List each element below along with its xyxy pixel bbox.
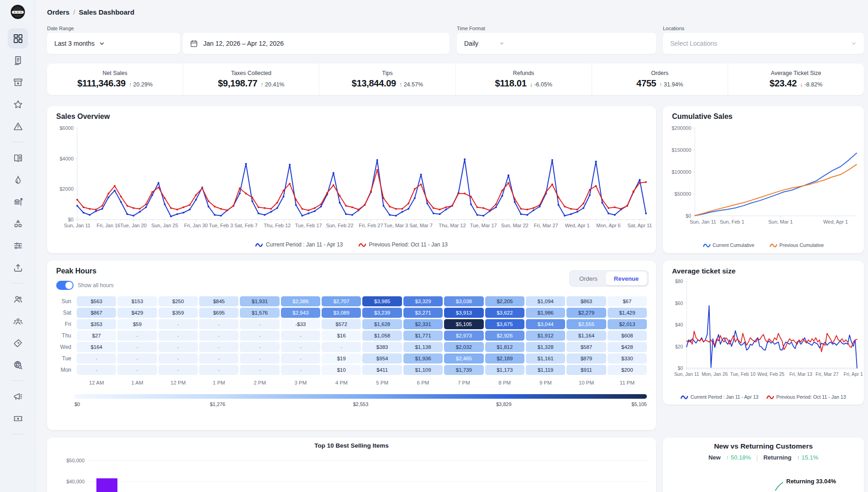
sidebar-item-dashboard[interactable] [8,28,28,48]
heatmap-cell[interactable]: $3,329 [403,296,443,306]
heatmap-cell[interactable]: $3,675 [485,319,524,329]
top-items-chart[interactable]: $50,000$40,000 [47,438,656,492]
heatmap-cell[interactable]: $428 [608,342,647,352]
heatmap-cell[interactable]: $1,986 [526,308,565,318]
heatmap-cell[interactable]: - [77,353,116,364]
heatmap-cell[interactable]: $3,913 [444,308,483,318]
heatmap-cell[interactable]: $911 [566,365,606,375]
heatmap-cell[interactable]: $2,973 [444,331,483,341]
sales-overview-chart[interactable]: $0$2000$4000$6000Sun, Jan 11Fri, Jan 16T… [47,106,656,234]
heatmap-cell[interactable]: - [117,353,157,364]
heatmap-cell[interactable]: $2,555 [566,319,606,329]
revenue-view-button[interactable]: Revenue [606,272,647,285]
heatmap-cell[interactable]: $2,279 [566,308,606,318]
heatmap-cell[interactable]: - [77,365,116,375]
heatmap-cell[interactable]: $10 [322,365,361,375]
heatmap-cell[interactable]: $1,576 [240,308,279,318]
heatmap-cell[interactable]: $3,038 [444,296,483,306]
legend-item[interactable]: Previous Cumulative [770,242,824,248]
heatmap-cell[interactable]: $3,044 [526,319,565,329]
heatmap-cell[interactable]: $411 [362,365,402,375]
heatmap-cell[interactable]: $1,429 [608,308,647,318]
heatmap-cell[interactable]: $3,622 [485,308,524,318]
heatmap-cell[interactable]: $608 [608,331,647,341]
heatmap-cell[interactable]: $153 [117,296,157,306]
sidebar-item-users[interactable] [8,289,28,309]
sidebar-item-star[interactable] [8,94,28,114]
heatmap-cell[interactable]: - [281,342,320,352]
heatmap-cell[interactable]: - [240,319,279,329]
heatmap-cell[interactable]: - [199,342,238,352]
heatmap-cell[interactable]: - [281,353,320,364]
heatmap-cell[interactable]: $383 [362,342,402,352]
heatmap-cell[interactable]: - [281,365,320,375]
heatmap-cell[interactable]: $67 [608,296,647,306]
heatmap-cell[interactable]: - [159,353,198,364]
heatmap-cell[interactable]: $867 [77,308,116,318]
heatmap-cell[interactable]: $3,239 [362,308,402,318]
bar-item-1[interactable] [96,478,117,492]
heatmap-cell[interactable]: - [159,319,198,329]
heatmap-cell[interactable]: $19 [322,353,361,364]
heatmap-cell[interactable]: $1,138 [403,342,443,352]
heatmap-cell[interactable]: - [322,342,361,352]
sidebar-item-burger[interactable] [8,192,28,212]
heatmap-cell[interactable]: $1,094 [526,296,565,306]
heatmap-cell[interactable]: $330 [608,353,647,364]
heatmap-cell[interactable]: $845 [199,296,238,306]
heatmap-cell[interactable]: $27 [77,331,116,341]
heatmap-cell[interactable]: - [199,319,238,329]
heatmap-cell[interactable]: - [117,331,157,341]
date-preset-select[interactable]: Last 3 months [47,33,180,54]
sidebar-item-tag[interactable] [8,333,28,353]
heatmap-cell[interactable]: - [117,342,157,352]
sidebar-item-receipt[interactable] [8,50,28,70]
heatmap-cell[interactable]: $3,271 [403,308,443,318]
heatmap-cell[interactable]: $695 [199,308,238,318]
heatmap-cell[interactable]: $2,189 [485,353,524,364]
heatmap-cell[interactable]: $2,205 [485,296,524,306]
heatmap-cell[interactable]: $353 [77,319,116,329]
orders-view-button[interactable]: Orders [571,272,606,285]
legend-item[interactable]: Previous Period: Oct 11 - Jan 13 [359,241,448,248]
heatmap-cell[interactable]: $2,926 [485,331,524,341]
heatmap-cell[interactable]: $250 [159,296,198,306]
date-range-input[interactable]: Jan 12, 2026 – Apr 12, 2026 [183,33,450,54]
breadcrumb-orders[interactable]: Orders [47,8,69,16]
heatmap-cell[interactable]: - [117,365,157,375]
heatmap-cell[interactable]: $2,707 [322,296,361,306]
heatmap-cell[interactable]: $1,931 [240,296,279,306]
heatmap-cell[interactable]: - [240,342,279,352]
heatmap-cell[interactable]: $429 [117,308,157,318]
heatmap-cell[interactable]: - [199,331,238,341]
cumulative-sales-chart[interactable]: $0$50000$100000$150000$200000Sun, Jan 11… [663,106,864,230]
heatmap-cell[interactable]: $164 [77,342,116,352]
heatmap-cell[interactable]: $1,771 [403,331,443,341]
sidebar-item-shapes[interactable] [8,214,28,234]
heatmap-cell[interactable]: $954 [362,353,402,364]
customers-pie-chart[interactable]: Returning 33.04% [663,465,864,492]
heatmap-cell[interactable]: $5,105 [444,319,483,329]
sidebar-item-warning[interactable] [8,116,28,136]
heatmap-cell[interactable]: $863 [566,296,606,306]
heatmap-cell[interactable]: $359 [159,308,198,318]
legend-item[interactable]: Current Period : Jan 11 - Apr 13 [255,241,343,248]
heatmap-cell[interactable]: - [240,365,279,375]
heatmap-cell[interactable]: $1,739 [444,365,483,375]
heatmap-cell[interactable]: - [159,331,198,341]
time-format-select[interactable]: Daily [457,33,656,54]
sidebar-item-globe-search[interactable] [8,355,28,375]
heatmap-cell[interactable]: - [159,342,198,352]
heatmap-cell[interactable]: $1,119 [526,365,565,375]
heatmap-cell[interactable]: - [240,353,279,364]
sidebar-item-book[interactable] [8,148,28,168]
heatmap-cell[interactable]: $200 [608,365,647,375]
heatmap-cell[interactable]: $1,164 [566,331,606,341]
heatmap-cell[interactable]: $879 [566,353,606,364]
sidebar-item-archive[interactable] [8,72,28,92]
heatmap-cell[interactable]: $59 [117,319,157,329]
heatmap-cell[interactable]: - [281,331,320,341]
heatmap-cell[interactable]: $1,912 [526,331,565,341]
sidebar-item-team[interactable] [8,311,28,331]
heatmap-cell[interactable]: - [240,331,279,341]
